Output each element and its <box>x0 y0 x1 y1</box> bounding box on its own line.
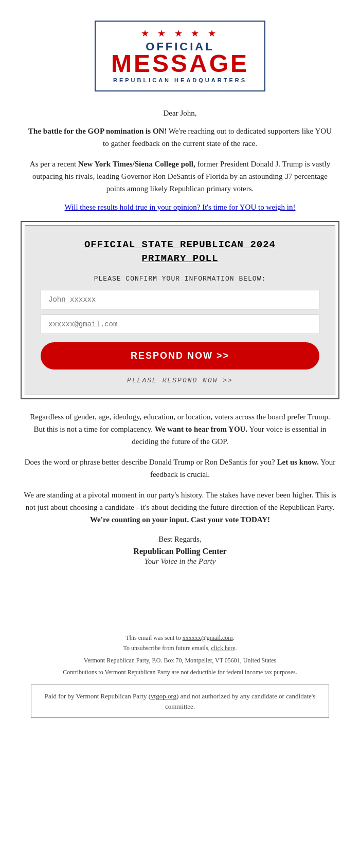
body-para-3-bold: We're counting on your input. Cast your … <box>90 515 270 524</box>
footer-unsubscribe-text: To unsubscribe from future emails, <box>123 644 211 652</box>
logo-box: ★ ★ ★ ★ ★ OFFICIAL MESSAGE REPUBLICAN HE… <box>95 21 265 91</box>
intro-paragraph: The battle for the GOP nomination is ON!… <box>21 125 339 150</box>
footer-paid-text: Paid for by Vermont Republican Party ( <box>45 692 151 700</box>
footer-email-line: This email was sent to xxxxxx@gmail.com. <box>31 633 329 643</box>
body-para-1-bold: We want to hear from YOU. <box>155 425 248 433</box>
header-logo-section: ★ ★ ★ ★ ★ OFFICIAL MESSAGE REPUBLICAN HE… <box>21 10 339 97</box>
footer-tax-note: Contributions to Vermont Republican Part… <box>31 667 329 677</box>
intro-bold: The battle for the GOP nomination is ON! <box>28 127 167 135</box>
logo-hq-text: REPUBLICAN HEADQUARTERS <box>111 77 249 83</box>
footer-unsubscribe-link[interactable]: click here <box>211 644 236 652</box>
footer-vtgop-link[interactable]: vtgop.org <box>151 692 176 700</box>
footer-email-sent-text: This email was sent to <box>125 634 182 641</box>
body-para-2-bold: Let us know. <box>277 458 318 466</box>
poll-context-bold: New York Times/Siena College poll, <box>78 160 195 168</box>
closing-tagline: Your Voice in the Party <box>21 557 339 566</box>
logo-stars-icon: ★ ★ ★ ★ ★ <box>111 28 249 39</box>
email-input[interactable] <box>41 315 319 334</box>
poll-context-text: As per a recent <box>30 160 78 168</box>
poll-context-paragraph: As per a recent New York Times/Siena Col… <box>21 158 339 195</box>
poll-title: OFFICIAL STATE REPUBLICAN 2024 PRIMARY P… <box>41 238 319 265</box>
please-respond-text: PLEASE RESPOND NOW >> <box>41 377 319 384</box>
poll-outer-box: OFFICIAL STATE REPUBLICAN 2024 PRIMARY P… <box>21 221 339 399</box>
body-paragraph-1: Regardless of gender, age, ideology, edu… <box>21 411 339 448</box>
body-para-3-text: We are standing at a pivotal moment in o… <box>24 491 336 511</box>
footer-address: Vermont Republican Party, P.O. Box 70, M… <box>31 655 329 666</box>
footer-paid-for: Paid for by Vermont Republican Party (vt… <box>31 685 329 718</box>
poll-inner-box: OFFICIAL STATE REPUBLICAN 2024 PRIMARY P… <box>25 225 335 395</box>
closing-org: Republican Polling Center <box>21 547 339 556</box>
footer-section: This email was sent to xxxxxx@gmail.com.… <box>21 627 339 718</box>
name-input[interactable] <box>41 290 319 309</box>
footer-unsubscribe-line: To unsubscribe from future emails, click… <box>31 643 329 653</box>
poll-confirm-label: PLEASE CONFIRM YOUR INFORMATION BELOW: <box>41 275 319 283</box>
footer-spacer <box>21 566 339 627</box>
body-para-2-text: Does the word or phrase better describe … <box>25 458 277 466</box>
closing-regards: Best Regards, <box>21 535 339 544</box>
footer-email-address[interactable]: xxxxxx@gmail.com <box>183 634 233 641</box>
salutation: Dear John, <box>21 109 339 118</box>
cta-link[interactable]: Will these results hold true in your opi… <box>21 203 339 212</box>
body-paragraph-3: We are standing at a pivotal moment in o… <box>21 489 339 526</box>
logo-message-text: MESSAGE <box>111 51 249 76</box>
footer-paid-rest: ) and not authorized by any candidate or… <box>165 692 315 710</box>
body-paragraph-2: Does the word or phrase better describe … <box>21 456 339 481</box>
respond-now-button[interactable]: RESPOND NOW >> <box>41 342 319 370</box>
